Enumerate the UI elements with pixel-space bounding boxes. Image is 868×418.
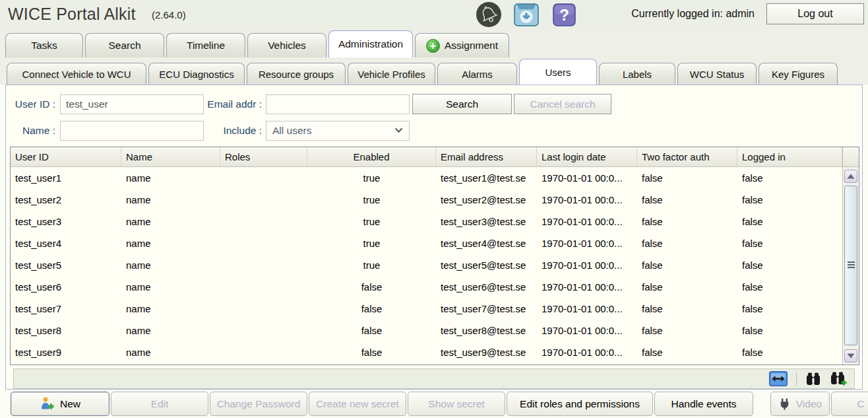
main-tab-tasks[interactable]: Tasks [5,33,83,57]
tab-label: Timeline [187,40,225,52]
logged-in-status: Currently logged in: admin [631,8,755,20]
sub-tab-ecu-diagnostics[interactable]: ECU Diagnostics [148,63,245,85]
scroll-up-button[interactable] [844,170,857,183]
email-addr-input[interactable] [266,94,410,114]
name-input[interactable] [60,121,204,141]
vertical-scrollbar[interactable] [842,147,859,365]
cell-email: test_user2@test.se [436,194,537,205]
sub-tab-vehicle-profiles[interactable]: Vehicle Profiles [348,63,435,85]
table-row[interactable]: test_user2nametruetest_user2@test.se1970… [11,189,842,211]
find-add-icon[interactable] [830,371,848,386]
tab-label: Assignment [445,40,498,52]
cell-name: name [121,172,220,184]
table-row[interactable]: test_user8namefalsetest_user8@test.se197… [11,320,842,341]
sub-tab-wcu-status[interactable]: WCU Status [677,63,757,85]
cell-last-login: 1970-01-01 00:0... [537,172,637,184]
sub-tab-users[interactable]: Users [519,59,597,85]
tab-label: Search [108,40,140,52]
alarm-bell-icon[interactable] [476,1,502,28]
main-tab-assignment[interactable]: +Assignment [415,33,509,57]
column-header-user-id[interactable]: User ID [11,147,121,166]
table-row[interactable]: test_user6namefalsetest_user6@test.se197… [11,276,842,298]
cell-email: test_user1@test.se [436,172,537,184]
table-row[interactable]: test_user9namefalsetest_user9@test.se197… [11,341,842,363]
table-row[interactable]: test_user7namefalsetest_user7@test.se197… [11,298,842,320]
cell-two-factor: false [637,194,737,205]
cell-last-login: 1970-01-01 00:0... [537,238,637,249]
logout-button[interactable]: Log out [766,3,864,24]
include-select[interactable]: All users [266,121,410,141]
cell-enabled: true [307,216,436,227]
cell-last-login: 1970-01-01 00:0... [537,325,637,336]
column-header-roles[interactable]: Roles [220,147,307,166]
change-password-button: Change Password [210,392,307,416]
chevron-down-icon [394,127,403,133]
column-header-last-login-date[interactable]: Last login date [537,147,637,166]
bottom-toolbar: NewEditChange PasswordCreate new secretS… [0,392,868,418]
cell-two-factor: false [637,325,737,336]
main-tab-vehicles[interactable]: Vehicles [247,33,326,57]
scroll-down-button[interactable] [844,349,857,363]
cell-email: test_user7@test.se [436,303,537,314]
column-header-email-address[interactable]: Email address [436,147,537,166]
column-header-two-factor-auth[interactable]: Two factor auth [637,147,737,166]
cell-user-id: test_user3 [11,216,121,227]
cell-logged-in: false [737,172,842,184]
main-tab-search[interactable]: Search [85,33,164,57]
find-icon[interactable] [805,372,821,386]
edit-roles-and-permissions-button[interactable]: Edit roles and permissions [507,392,653,416]
search-button[interactable]: Search [412,94,512,114]
app-title: WICE Portal Alkit [8,5,136,24]
scroll-thumb[interactable] [844,186,857,345]
tab-label: ECU Diagnostics [159,69,233,80]
main-tab-timeline[interactable]: Timeline [166,33,245,57]
table-row[interactable]: test_user5nametruetest_user5@test.se1970… [11,254,842,276]
sub-tab-labels[interactable]: Labels [599,63,675,85]
cell-last-login: 1970-01-01 00:0... [537,303,637,314]
button-label: Change Password [217,398,301,410]
new-button[interactable]: New [11,392,109,416]
cell-logged-in: false [737,260,842,271]
email-addr-label: Email addr : [204,98,266,110]
resize-columns-icon[interactable] [769,371,788,386]
table-row[interactable]: test_user4nametruetest_user4@test.se1970… [11,232,842,254]
cell-user-id: test_user9 [11,347,121,358]
cell-enabled: true [307,194,436,205]
wice-portal-window: WICE Portal Alkit (2.64.0) [0,0,868,418]
table-row[interactable]: test_user3nametruetest_user3@test.se1970… [11,211,842,232]
tab-label: Alarms [462,69,493,80]
table-row[interactable]: test_user1nametruetest_user1@test.se1970… [11,167,842,189]
button-label: New [60,398,80,410]
cell-name: name [121,194,220,205]
handle-events-button[interactable]: Handle events [654,392,753,416]
main-tab-administration[interactable]: Administration [328,30,413,57]
search-form-row-1: User ID : Email addr : Search Cancel sea… [6,94,611,114]
cell-name: name [121,260,220,271]
app-header: WICE Portal Alkit (2.64.0) [0,0,868,29]
user-id-input[interactable] [60,94,204,114]
cell-enabled: false [307,347,436,358]
plug-icon [778,398,791,410]
sub-tab-resource-groups[interactable]: Resource groups [247,63,346,85]
sub-tab-connect-vehicle-to-wcu[interactable]: Connect Vehicle to WCU [7,63,146,85]
cell-two-factor: false [637,238,737,249]
admin-sub-tab-bar: Connect Vehicle to WCUECU DiagnosticsRes… [0,57,868,85]
table-header-row: User IDNameRolesEnabledEmail addressLast… [11,147,842,167]
sub-tab-alarms[interactable]: Alarms [437,63,517,85]
app-version: (2.64.0) [152,9,186,20]
button-label: Video [796,398,822,410]
scrollbar-header-corner [843,147,859,167]
cell-logged-in: false [737,238,842,249]
include-select-value: All users [272,125,311,137]
column-header-logged-in[interactable]: Logged in [737,147,842,166]
download-icon[interactable] [514,3,539,27]
cell-user-id: test_user5 [11,260,121,271]
cell-user-id: test_user7 [11,303,121,314]
column-header-enabled[interactable]: Enabled [307,147,436,166]
cell-enabled: true [307,260,436,271]
cell-logged-in: false [737,281,842,293]
sub-tab-key-figures[interactable]: Key Figures [759,63,838,85]
cell-enabled: true [307,172,436,184]
column-header-name[interactable]: Name [121,147,220,166]
help-icon[interactable]: ? [553,3,576,26]
